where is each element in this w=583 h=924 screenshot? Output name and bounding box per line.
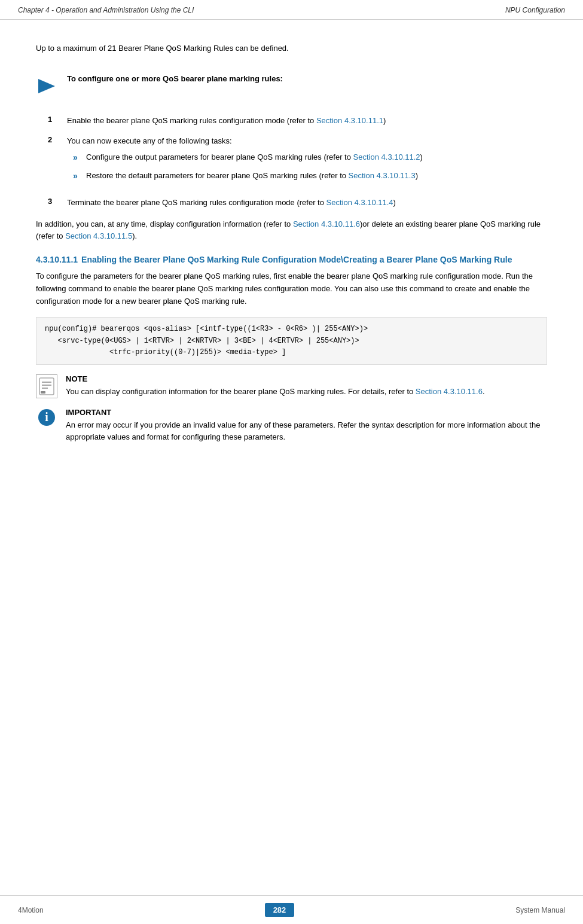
configure-note-label: To configure one or more QoS bearer plan… <box>67 74 283 83</box>
step-3: 3 Terminate the bearer plane QoS marking… <box>48 197 547 209</box>
sub-bullet-2-text: Restore the default parameters for beare… <box>86 170 418 182</box>
bullet-arrow-2: » <box>73 170 81 182</box>
important-svg-icon: i <box>37 408 56 432</box>
step-2-number: 2 <box>48 135 57 189</box>
svg-marker-0 <box>38 79 55 93</box>
important-icon: i <box>36 408 57 432</box>
section-body: To configure the parameters for the bear… <box>36 270 547 307</box>
note-link[interactable]: Section 4.3.10.11.6 <box>416 387 483 396</box>
step-1-number: 1 <box>48 115 57 127</box>
section-number: 4.3.10.11.1 <box>36 255 78 264</box>
step-2-content: You can now execute any of the following… <box>67 135 423 189</box>
step-2-text: You can now execute any of the following… <box>67 136 232 145</box>
header-left: Chapter 4 - Operation and Administration… <box>18 6 194 14</box>
addition-part1: In addition, you can, at any time, displ… <box>36 219 293 228</box>
step-1-text-after: ) <box>383 116 386 125</box>
note-text: You can display configuration informatio… <box>66 386 547 398</box>
step-1-content: Enable the bearer plane QoS marking rule… <box>67 115 386 127</box>
note-content: NOTE You can display configuration infor… <box>66 374 547 398</box>
addition-link2[interactable]: Section 4.3.10.11.5 <box>65 231 132 240</box>
important-content: IMPORTANT An error may occur if you prov… <box>66 408 547 443</box>
note-text-before: You can display configuration informatio… <box>66 387 416 396</box>
intro-text: Up to a maximum of 21 Bearer Plane QoS M… <box>36 44 547 53</box>
step-1-text-before: Enable the bearer plane QoS marking rule… <box>67 116 316 125</box>
note-block: NOTE You can display configuration infor… <box>36 374 547 398</box>
header-right: NPU Configuration <box>505 6 565 14</box>
sub-bullet-2-link[interactable]: Section 4.3.10.11.3 <box>349 171 416 180</box>
addition-text: In addition, you can, at any time, displ… <box>36 218 547 243</box>
page-header: Chapter 4 - Operation and Administration… <box>0 0 583 20</box>
important-block: i IMPORTANT An error may occur if you pr… <box>36 408 547 443</box>
footer-right: System Manual <box>515 906 565 914</box>
addition-link1[interactable]: Section 4.3.10.11.6 <box>293 219 360 228</box>
important-title: IMPORTANT <box>66 408 547 417</box>
svg-text:i: i <box>45 410 48 423</box>
page-content: Up to a maximum of 21 Bearer Plane QoS M… <box>0 20 583 500</box>
section-heading: 4.3.10.11.1Enabling the Bearer Plane QoS… <box>36 255 547 264</box>
important-text: An error may occur if you provide an inv… <box>66 419 547 443</box>
step-3-text-before: Terminate the bearer plane QoS marking r… <box>67 198 326 207</box>
note-icon <box>36 374 57 398</box>
step-1-link[interactable]: Section 4.3.10.11.1 <box>316 116 383 125</box>
addition-part3: ). <box>132 231 137 240</box>
page-footer: 4Motion 282 System Manual <box>0 895 583 924</box>
footer-left: 4Motion <box>18 906 44 914</box>
section-title: Enabling the Bearer Plane QoS Marking Ru… <box>81 255 512 264</box>
sub-bullet-1-link[interactable]: Section 4.3.10.11.2 <box>353 153 420 161</box>
arrow-icon <box>36 75 57 97</box>
note-text-after: . <box>483 387 485 396</box>
sub-bullet-1: » Configure the output parameters for be… <box>73 151 423 164</box>
step-3-number: 3 <box>48 197 57 209</box>
step-3-link[interactable]: Section 4.3.10.11.4 <box>326 198 393 207</box>
code-block: npu(config)# bearerqos <qos-alias> [<int… <box>36 317 547 365</box>
bullet-arrow-1: » <box>73 151 81 164</box>
step-3-content: Terminate the bearer plane QoS marking r… <box>67 197 396 209</box>
step-1: 1 Enable the bearer plane QoS marking ru… <box>48 115 547 127</box>
step-2: 2 You can now execute any of the followi… <box>48 135 547 189</box>
step-3-text-after: ) <box>393 198 396 207</box>
note-svg-icon <box>38 377 55 396</box>
footer-page-number: 282 <box>265 903 295 917</box>
steps-list: 1 Enable the bearer plane QoS marking ru… <box>48 115 547 209</box>
sub-bullet-list: » Configure the output parameters for be… <box>73 151 423 182</box>
sub-bullet-2: » Restore the default parameters for bea… <box>73 170 423 182</box>
configure-note-box: To configure one or more QoS bearer plan… <box>36 71 547 100</box>
note-title: NOTE <box>66 374 547 383</box>
sub-bullet-1-text: Configure the output parameters for bear… <box>86 151 423 164</box>
svg-rect-5 <box>41 391 45 394</box>
